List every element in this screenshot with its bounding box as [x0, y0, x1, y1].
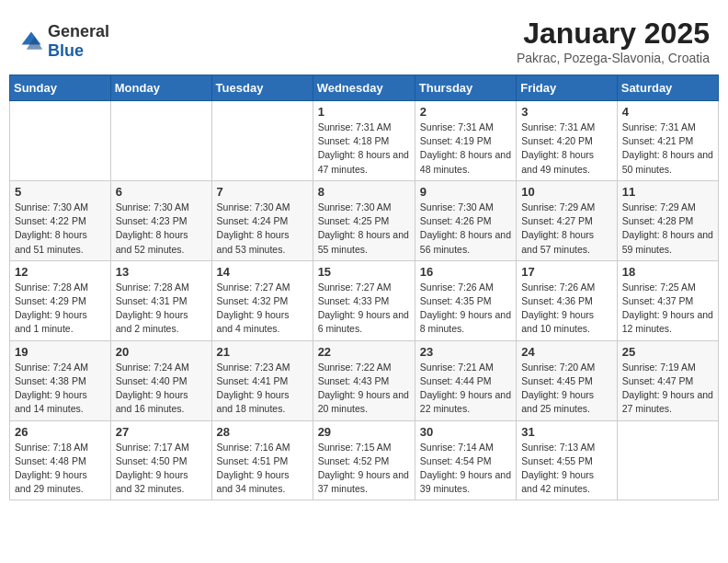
calendar-week-row: 5Sunrise: 7:30 AM Sunset: 4:22 PM Daylig…	[10, 180, 719, 260]
calendar-cell: 16Sunrise: 7:26 AM Sunset: 4:35 PM Dayli…	[415, 260, 516, 340]
day-info: Sunrise: 7:18 AM Sunset: 4:48 PM Dayligh…	[15, 441, 106, 497]
calendar-cell: 2Sunrise: 7:31 AM Sunset: 4:19 PM Daylig…	[415, 101, 516, 181]
calendar-cell: 20Sunrise: 7:24 AM Sunset: 4:40 PM Dayli…	[110, 340, 211, 420]
title-block: January 2025 Pakrac, Pozega-Slavonia, Cr…	[517, 17, 710, 65]
logo: General Blue	[18, 22, 109, 61]
calendar-cell	[211, 101, 313, 181]
day-info: Sunrise: 7:30 AM Sunset: 4:22 PM Dayligh…	[15, 201, 106, 257]
calendar-cell	[110, 101, 211, 181]
day-of-week-header: Saturday	[617, 75, 718, 101]
day-number: 12	[15, 265, 106, 279]
day-info: Sunrise: 7:27 AM Sunset: 4:32 PM Dayligh…	[217, 281, 308, 337]
day-info: Sunrise: 7:20 AM Sunset: 4:45 PM Dayligh…	[521, 361, 612, 417]
day-number: 17	[521, 265, 612, 279]
day-number: 30	[420, 425, 511, 439]
calendar-cell: 30Sunrise: 7:14 AM Sunset: 4:54 PM Dayli…	[415, 420, 516, 500]
calendar-cell: 18Sunrise: 7:25 AM Sunset: 4:37 PM Dayli…	[617, 260, 718, 340]
day-info: Sunrise: 7:15 AM Sunset: 4:52 PM Dayligh…	[318, 441, 410, 497]
day-of-week-header: Sunday	[10, 75, 111, 101]
calendar-cell: 26Sunrise: 7:18 AM Sunset: 4:48 PM Dayli…	[10, 420, 111, 500]
day-info: Sunrise: 7:30 AM Sunset: 4:26 PM Dayligh…	[420, 201, 511, 257]
calendar-cell: 8Sunrise: 7:30 AM Sunset: 4:25 PM Daylig…	[313, 180, 415, 260]
calendar-cell: 31Sunrise: 7:13 AM Sunset: 4:55 PM Dayli…	[517, 420, 618, 500]
day-number: 10	[521, 185, 612, 199]
day-info: Sunrise: 7:30 AM Sunset: 4:23 PM Dayligh…	[116, 201, 207, 257]
logo-icon	[18, 29, 44, 54]
day-number: 24	[521, 345, 612, 359]
day-info: Sunrise: 7:31 AM Sunset: 4:21 PM Dayligh…	[622, 121, 713, 177]
day-info: Sunrise: 7:31 AM Sunset: 4:20 PM Dayligh…	[521, 121, 612, 177]
calendar-cell: 11Sunrise: 7:29 AM Sunset: 4:28 PM Dayli…	[617, 180, 718, 260]
calendar-cell: 25Sunrise: 7:19 AM Sunset: 4:47 PM Dayli…	[617, 340, 718, 420]
day-number: 4	[622, 105, 713, 119]
day-number: 31	[521, 425, 612, 439]
day-number: 18	[622, 265, 713, 279]
day-number: 6	[116, 185, 207, 199]
calendar-cell: 19Sunrise: 7:24 AM Sunset: 4:38 PM Dayli…	[10, 340, 111, 420]
day-number: 27	[116, 425, 207, 439]
month-title: January 2025	[517, 17, 710, 51]
day-info: Sunrise: 7:28 AM Sunset: 4:29 PM Dayligh…	[15, 281, 106, 337]
day-info: Sunrise: 7:29 AM Sunset: 4:28 PM Dayligh…	[622, 201, 713, 257]
calendar-cell: 27Sunrise: 7:17 AM Sunset: 4:50 PM Dayli…	[110, 420, 211, 500]
calendar-week-row: 19Sunrise: 7:24 AM Sunset: 4:38 PM Dayli…	[10, 340, 719, 420]
calendar-cell: 9Sunrise: 7:30 AM Sunset: 4:26 PM Daylig…	[415, 180, 516, 260]
day-info: Sunrise: 7:22 AM Sunset: 4:43 PM Dayligh…	[318, 361, 410, 417]
day-info: Sunrise: 7:26 AM Sunset: 4:35 PM Dayligh…	[420, 281, 511, 337]
logo-text-general: General	[48, 22, 109, 40]
day-number: 28	[217, 425, 308, 439]
calendar-cell: 23Sunrise: 7:21 AM Sunset: 4:44 PM Dayli…	[415, 340, 516, 420]
day-of-week-header: Monday	[110, 75, 211, 101]
day-of-week-header: Thursday	[415, 75, 516, 101]
calendar-cell: 6Sunrise: 7:30 AM Sunset: 4:23 PM Daylig…	[110, 180, 211, 260]
day-number: 22	[318, 345, 410, 359]
day-number: 11	[622, 185, 713, 199]
day-number: 8	[318, 185, 410, 199]
day-of-week-header: Friday	[517, 75, 618, 101]
day-number: 25	[622, 345, 713, 359]
day-number: 26	[15, 425, 106, 439]
day-info: Sunrise: 7:23 AM Sunset: 4:41 PM Dayligh…	[217, 361, 308, 417]
location-title: Pakrac, Pozega-Slavonia, Croatia	[517, 51, 710, 65]
day-number: 3	[521, 105, 612, 119]
calendar-cell: 1Sunrise: 7:31 AM Sunset: 4:18 PM Daylig…	[313, 101, 415, 181]
day-number: 29	[318, 425, 410, 439]
day-info: Sunrise: 7:31 AM Sunset: 4:19 PM Dayligh…	[420, 121, 511, 177]
day-number: 15	[318, 265, 410, 279]
calendar-cell: 3Sunrise: 7:31 AM Sunset: 4:20 PM Daylig…	[517, 101, 618, 181]
calendar-cell: 28Sunrise: 7:16 AM Sunset: 4:51 PM Dayli…	[211, 420, 313, 500]
day-number: 14	[217, 265, 308, 279]
day-info: Sunrise: 7:29 AM Sunset: 4:27 PM Dayligh…	[521, 201, 612, 257]
calendar-cell: 17Sunrise: 7:26 AM Sunset: 4:36 PM Dayli…	[517, 260, 618, 340]
calendar-week-row: 12Sunrise: 7:28 AM Sunset: 4:29 PM Dayli…	[10, 260, 719, 340]
day-info: Sunrise: 7:21 AM Sunset: 4:44 PM Dayligh…	[420, 361, 511, 417]
day-info: Sunrise: 7:28 AM Sunset: 4:31 PM Dayligh…	[116, 281, 207, 337]
day-info: Sunrise: 7:30 AM Sunset: 4:25 PM Dayligh…	[318, 201, 410, 257]
calendar-cell: 4Sunrise: 7:31 AM Sunset: 4:21 PM Daylig…	[617, 101, 718, 181]
day-number: 13	[116, 265, 207, 279]
calendar-cell: 13Sunrise: 7:28 AM Sunset: 4:31 PM Dayli…	[110, 260, 211, 340]
day-of-week-header: Wednesday	[313, 75, 415, 101]
calendar-week-row: 26Sunrise: 7:18 AM Sunset: 4:48 PM Dayli…	[10, 420, 719, 500]
day-number: 16	[420, 265, 511, 279]
day-info: Sunrise: 7:30 AM Sunset: 4:24 PM Dayligh…	[217, 201, 308, 257]
page-header: General Blue January 2025 Pakrac, Pozega…	[9, 9, 719, 69]
day-of-week-header: Tuesday	[211, 75, 313, 101]
day-info: Sunrise: 7:13 AM Sunset: 4:55 PM Dayligh…	[521, 441, 612, 497]
day-info: Sunrise: 7:17 AM Sunset: 4:50 PM Dayligh…	[116, 441, 207, 497]
day-number: 20	[116, 345, 207, 359]
logo-text-blue: Blue	[48, 41, 84, 60]
calendar-cell: 15Sunrise: 7:27 AM Sunset: 4:33 PM Dayli…	[313, 260, 415, 340]
day-number: 5	[15, 185, 106, 199]
day-info: Sunrise: 7:26 AM Sunset: 4:36 PM Dayligh…	[521, 281, 612, 337]
calendar-week-row: 1Sunrise: 7:31 AM Sunset: 4:18 PM Daylig…	[10, 101, 719, 181]
day-info: Sunrise: 7:31 AM Sunset: 4:18 PM Dayligh…	[318, 121, 410, 177]
day-number: 9	[420, 185, 511, 199]
calendar-cell	[10, 101, 111, 181]
calendar-cell	[617, 420, 718, 500]
day-info: Sunrise: 7:27 AM Sunset: 4:33 PM Dayligh…	[318, 281, 410, 337]
calendar-cell: 10Sunrise: 7:29 AM Sunset: 4:27 PM Dayli…	[517, 180, 618, 260]
calendar-cell: 22Sunrise: 7:22 AM Sunset: 4:43 PM Dayli…	[313, 340, 415, 420]
day-number: 2	[420, 105, 511, 119]
day-info: Sunrise: 7:14 AM Sunset: 4:54 PM Dayligh…	[420, 441, 511, 497]
